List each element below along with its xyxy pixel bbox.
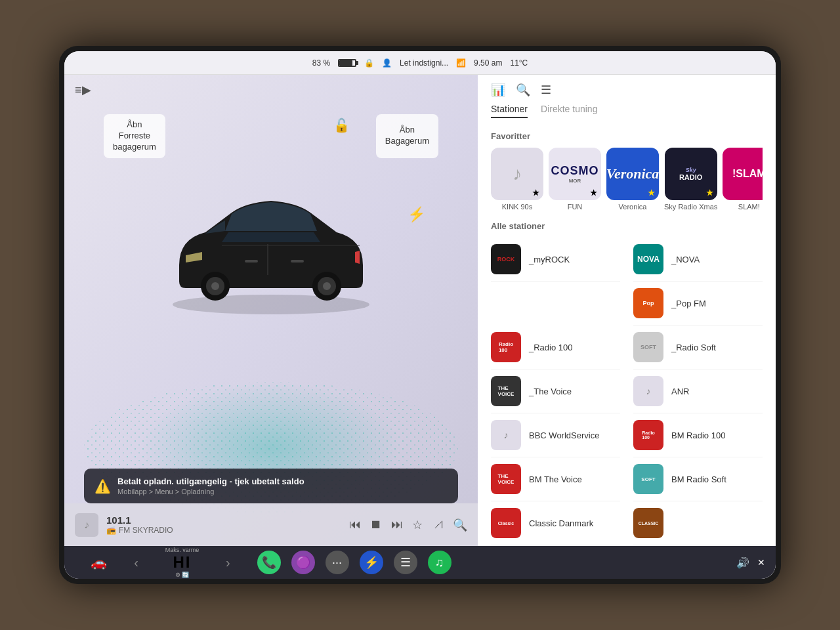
tab-direct-tuning[interactable]: Direkte tuning	[541, 104, 597, 118]
radiosoft-logo: SOFT	[633, 332, 663, 362]
fav-fun[interactable]: COSMO MOR ★ FUN	[549, 148, 601, 211]
alert-icon: ⚠️	[94, 478, 111, 494]
car-buttons: ÅbnForrestebagagerum ÅbnBagagerum	[64, 114, 478, 158]
alert-title: Betalt opladn. utilgængelig - tjek ubeta…	[117, 476, 304, 486]
search-icon[interactable]: 🔍	[516, 83, 530, 97]
station-anr[interactable]: ♪ ANR	[633, 369, 763, 413]
chart-icon[interactable]: 📊	[491, 83, 505, 97]
right-top-icons: 📊 🔍 ☰	[491, 83, 763, 97]
station-radiosoft[interactable]: SOFT _Radio Soft	[633, 326, 763, 369]
hvac-temp-display: Maks. varme HI ⚙ 🔄	[165, 547, 200, 578]
filter-icon[interactable]: ☰	[541, 83, 551, 97]
veronica-star: ★	[648, 188, 655, 198]
bmthevoice-name: BM The Voice	[529, 474, 582, 484]
fun-star: ★	[590, 188, 597, 198]
favorite-button[interactable]: ☆	[412, 518, 423, 532]
media-player: ♪ 101.1 📻 FM SKYRADIO ⏮ ⏹ ⏭ ☆	[64, 503, 478, 546]
bluetooth-button[interactable]: ⚡	[360, 551, 383, 574]
classicdk-logo: Classic	[491, 508, 521, 538]
hvac-temp: HI	[165, 553, 200, 572]
media-station: 📻 FM SKYRADIO	[106, 526, 341, 535]
car-image	[153, 173, 389, 318]
thevoice-name: _The Voice	[529, 387, 572, 396]
battery-bar	[338, 59, 356, 67]
classicdk-name: Classic Danmark	[529, 518, 593, 528]
slam-logo: !SLAM ★	[723, 148, 763, 200]
station-bmthevoice[interactable]: THEVOICE BM The Voice	[491, 457, 620, 501]
kink-star: ★	[532, 188, 539, 198]
media-frequency: 101.1	[106, 514, 341, 526]
lock-icon: 🔒	[364, 58, 374, 68]
nova-logo: NOVA	[633, 244, 663, 274]
station-classic-bottom[interactable]: CLASSIC	[633, 501, 763, 545]
mute-icon[interactable]: ✕	[757, 557, 765, 568]
sky-logo: Sky RADIO ★	[665, 148, 717, 200]
user-name: Let indstigni...	[400, 58, 448, 68]
hvac-bar: 🚗 ‹ Maks. varme HI ⚙ 🔄 › 📞 🟣 ··· ⚡ ☰	[64, 546, 478, 579]
right-panel: 📊 🔍 ☰ Stationer Direkte tuning Favoritte…	[478, 75, 776, 579]
media-album-art: ♪	[75, 513, 98, 537]
hvac-right-arrow[interactable]: ›	[226, 555, 230, 570]
fun-label: FUN	[568, 203, 583, 211]
temp-display: 11°C	[510, 58, 528, 68]
fav-slam[interactable]: !SLAM ★ SLAM!	[723, 148, 763, 211]
media-info: 101.1 📻 FM SKYRADIO	[106, 514, 341, 535]
sky-text: Sky	[679, 167, 702, 173]
left-panel-header: ≡▶	[64, 75, 478, 97]
station-popfm[interactable]: Pop _Pop FM	[633, 282, 763, 326]
bbc-name: BBC WorldService	[529, 430, 599, 440]
open-front-trunk-button[interactable]: ÅbnForrestebagagerum	[104, 114, 165, 158]
station-classicdk[interactable]: Classic Classic Danmark	[491, 501, 620, 545]
right-content: Favoritter ♪ ★ KINK 90s	[478, 123, 776, 546]
svg-rect-9	[245, 260, 258, 262]
classic-bottom-logo: CLASSIC	[633, 508, 663, 538]
station-bbc[interactable]: ♪ BBC WorldService	[491, 413, 620, 457]
sky-star: ★	[706, 188, 713, 198]
prev-button[interactable]: ⏮	[349, 518, 361, 532]
thevoice-logo: THEVOICE	[491, 376, 521, 406]
fun-logo: COSMO MOR ★	[549, 148, 601, 200]
search-button[interactable]: 🔍	[453, 518, 467, 532]
veronica-logo: Veronica ★	[606, 148, 659, 200]
menu-button[interactable]: ☰	[394, 551, 417, 574]
dots-button[interactable]: ···	[326, 551, 349, 574]
volume-icon[interactable]: 🔊	[736, 556, 749, 569]
slam-label: SLAM!	[738, 203, 760, 211]
car-icon-bottom[interactable]: 🚗	[91, 555, 107, 570]
myrock-logo: ROCK	[491, 244, 521, 274]
station-radio100[interactable]: Radio100 _Radio 100	[491, 326, 620, 369]
equalizer-button[interactable]: ⩘	[432, 518, 444, 532]
veronica-text: Veronica	[606, 165, 659, 182]
station-bmradiosoft[interactable]: SOFT BM Radio Soft	[633, 457, 763, 501]
anr-logo: ♪	[633, 376, 663, 406]
lock-icon-top[interactable]: 🔓	[333, 117, 350, 133]
phone-button[interactable]: 📞	[257, 551, 281, 574]
bmthevoice-logo: THEVOICE	[491, 464, 521, 494]
hvac-label: Maks. varme	[165, 547, 200, 553]
hvac-left-arrow[interactable]: ‹	[134, 555, 138, 570]
station-thevoice[interactable]: THEVOICE _The Voice	[491, 369, 620, 413]
fav-kink[interactable]: ♪ ★ KINK 90s	[491, 148, 543, 211]
alert-subtitle: Mobilapp > Menu > Opladning	[117, 488, 304, 495]
battery-percent: 83 %	[312, 58, 330, 68]
station-bmradio100[interactable]: Radio100 BM Radio 100	[633, 413, 763, 457]
open-trunk-button[interactable]: ÅbnBagagerum	[376, 114, 438, 158]
tab-stations[interactable]: Stationer	[491, 104, 528, 118]
music-note-icon: ♪	[84, 519, 89, 531]
station-nova[interactable]: NOVA _NOVA	[633, 238, 763, 282]
station-myrock[interactable]: ROCK _myROCK	[491, 238, 620, 282]
screen-inner: 83 % 🔒 👤 Let indstigni... 📶 9.50 am 11°C…	[64, 51, 776, 579]
bbc-logo: ♪	[491, 420, 521, 450]
cosmo-text: COSMO	[551, 164, 598, 178]
camera-button[interactable]: 🟣	[291, 551, 315, 574]
radio100-logo: Radio100	[491, 332, 521, 362]
next-button[interactable]: ⏭	[391, 518, 403, 532]
playlist-icon[interactable]: ≡▶	[75, 83, 91, 97]
screen-outer: 83 % 🔒 👤 Let indstigni... 📶 9.50 am 11°C…	[59, 46, 781, 584]
stop-button[interactable]: ⏹	[370, 518, 382, 532]
fav-veronica[interactable]: Veronica ★ Veronica	[606, 148, 659, 211]
spotify-button[interactable]: ♫	[428, 551, 452, 574]
favorites-title: Favoritter	[491, 131, 763, 141]
status-bar: 83 % 🔒 👤 Let indstigni... 📶 9.50 am 11°C	[64, 51, 776, 75]
fav-skyxmas[interactable]: Sky RADIO ★ Sky Radio Xmas	[664, 148, 717, 211]
